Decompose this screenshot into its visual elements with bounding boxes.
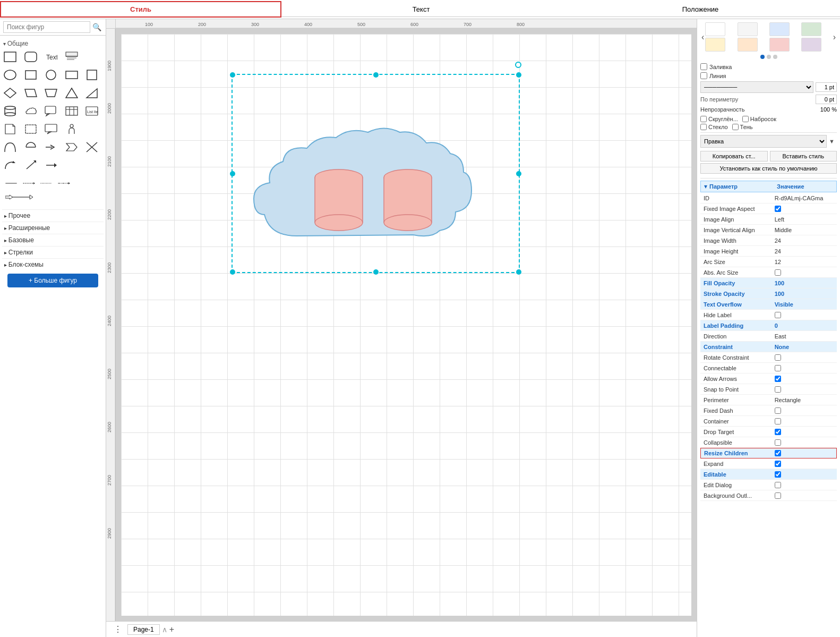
- prop-checkbox-17[interactable]: [775, 376, 781, 382]
- swatch-lightgray[interactable]: [738, 22, 758, 36]
- shape-text[interactable]: Text: [43, 49, 59, 64]
- prop-checkbox-22[interactable]: [775, 429, 781, 435]
- prop-checkbox-27[interactable]: [775, 482, 781, 488]
- swatch-white[interactable]: [705, 22, 725, 36]
- group-other[interactable]: Прочее: [2, 209, 104, 222]
- shape-cylinder[interactable]: [2, 104, 18, 118]
- swatch-lightorange[interactable]: [738, 38, 758, 52]
- handle-tr[interactable]: [516, 72, 521, 78]
- handle-br[interactable]: [516, 269, 521, 275]
- set-default-style-button[interactable]: Установить как стиль по умолчанию: [700, 163, 837, 174]
- swatch-dot-1[interactable]: [760, 55, 765, 59]
- tab-position[interactable]: Положение: [561, 2, 840, 17]
- group-arrows[interactable]: Стрелки: [2, 246, 104, 258]
- props-toggle-btn[interactable]: ▾: [704, 183, 707, 190]
- shape-diamond[interactable]: [2, 86, 18, 100]
- sketch-checkbox[interactable]: [742, 116, 749, 122]
- swatch-lightblue[interactable]: [769, 22, 790, 36]
- shape-circle[interactable]: [43, 67, 59, 82]
- prop-checkbox-23[interactable]: [775, 439, 781, 446]
- prop-checkbox-18[interactable]: [775, 386, 781, 393]
- menu-icon[interactable]: ⋮: [110, 623, 125, 635]
- line-checkbox[interactable]: [700, 72, 707, 79]
- handle-tl[interactable]: [230, 72, 235, 78]
- tab-style[interactable]: Стиль: [0, 1, 281, 18]
- shape-triangle[interactable]: [64, 86, 80, 100]
- shape-ellipse[interactable]: [2, 67, 18, 82]
- group-advanced[interactable]: Расширенные: [2, 222, 104, 234]
- prop-checkbox-15[interactable]: [775, 354, 781, 361]
- color-prev-btn[interactable]: ‹: [700, 31, 705, 43]
- swatch-dot-2[interactable]: [767, 55, 771, 59]
- prop-checkbox-16[interactable]: [775, 365, 781, 371]
- shape-connector-1[interactable]: [3, 176, 19, 191]
- shape-arc[interactable]: [2, 140, 18, 155]
- copy-style-button[interactable]: Копировать ст...: [700, 151, 768, 162]
- tab-text[interactable]: Текст: [281, 2, 561, 17]
- shape-person[interactable]: [64, 122, 80, 137]
- shape-rect4[interactable]: [84, 67, 100, 82]
- shape-trapezoid[interactable]: [43, 86, 59, 100]
- page-tab[interactable]: Page-1: [127, 624, 160, 635]
- shadow-checkbox[interactable]: [732, 124, 739, 130]
- group-header-general[interactable]: Общие: [2, 38, 104, 49]
- glass-checkbox[interactable]: [700, 124, 707, 130]
- shape-doc[interactable]: [2, 122, 18, 137]
- handle-bc[interactable]: [373, 269, 379, 275]
- shape-right-tri[interactable]: [84, 86, 100, 100]
- search-input[interactable]: [3, 21, 90, 33]
- shape-rect2[interactable]: [23, 67, 39, 82]
- prop-checkbox-26[interactable]: [775, 471, 781, 478]
- shape-connector-3[interactable]: [38, 176, 54, 191]
- shape-connector-4[interactable]: [56, 176, 72, 191]
- shape-arrow[interactable]: [43, 140, 59, 155]
- group-basic[interactable]: Базовые: [2, 234, 104, 246]
- shape-rect-outline[interactable]: [23, 122, 39, 137]
- shape-curve-arrow[interactable]: [2, 158, 18, 173]
- prop-checkbox-24[interactable]: [775, 450, 781, 456]
- handle-ml[interactable]: [230, 171, 235, 176]
- swatch-dot-3[interactable]: [773, 55, 777, 59]
- prop-checkbox-11[interactable]: [775, 312, 781, 318]
- more-shapes-button[interactable]: + Больше фигур: [7, 274, 99, 287]
- prop-checkbox-7[interactable]: [775, 269, 781, 276]
- handle-tc[interactable]: [373, 72, 379, 78]
- shape-chevron[interactable]: [64, 140, 80, 155]
- style-dropdown-arrow[interactable]: ▼: [827, 137, 837, 146]
- shape-cross[interactable]: [84, 140, 100, 155]
- shape-rect[interactable]: [2, 49, 18, 64]
- prop-checkbox-20[interactable]: [775, 407, 781, 414]
- prop-checkbox-1[interactable]: [775, 206, 781, 212]
- swatch-lightpurple[interactable]: [801, 38, 821, 52]
- paste-style-button[interactable]: Вставить стиль: [770, 151, 837, 162]
- shape-parallelogram[interactable]: [23, 86, 39, 100]
- shape-label[interactable]: List Item: [84, 104, 100, 118]
- shape-diag-arrow[interactable]: [23, 158, 39, 173]
- group-flowchart[interactable]: Блок-схемы: [2, 258, 104, 270]
- line-style-select[interactable]: ──────── - - - - -: [700, 81, 813, 93]
- swatch-lightyellow[interactable]: [705, 38, 725, 52]
- add-page-button[interactable]: +: [169, 625, 174, 634]
- canvas-main[interactable]: [116, 29, 697, 621]
- prop-checkbox-21[interactable]: [775, 418, 781, 424]
- arrow-connector[interactable]: [5, 193, 100, 203]
- handle-bl[interactable]: [230, 269, 235, 275]
- swatch-lightgreen[interactable]: [801, 22, 821, 36]
- prop-checkbox-28[interactable]: [775, 492, 781, 499]
- shape-half-circle[interactable]: [23, 140, 39, 155]
- shape-table[interactable]: [64, 104, 80, 118]
- shape-connector-2[interactable]: [21, 176, 37, 191]
- shape-rounded-rect[interactable]: [23, 49, 39, 64]
- fill-checkbox[interactable]: [700, 63, 707, 70]
- prop-checkbox-25[interactable]: [775, 461, 781, 467]
- rounded-checkbox[interactable]: [700, 116, 707, 122]
- search-icon[interactable]: 🔍: [90, 22, 104, 32]
- shape-heading[interactable]: [64, 49, 80, 64]
- shape-rect3[interactable]: [64, 67, 80, 82]
- shape-callout2[interactable]: [43, 122, 59, 137]
- style-select[interactable]: Правка: [700, 135, 827, 148]
- swatch-lightpink[interactable]: [769, 38, 790, 52]
- handle-rotate[interactable]: [515, 62, 521, 68]
- color-next-btn[interactable]: ›: [832, 31, 837, 43]
- shape-callout[interactable]: [43, 104, 59, 118]
